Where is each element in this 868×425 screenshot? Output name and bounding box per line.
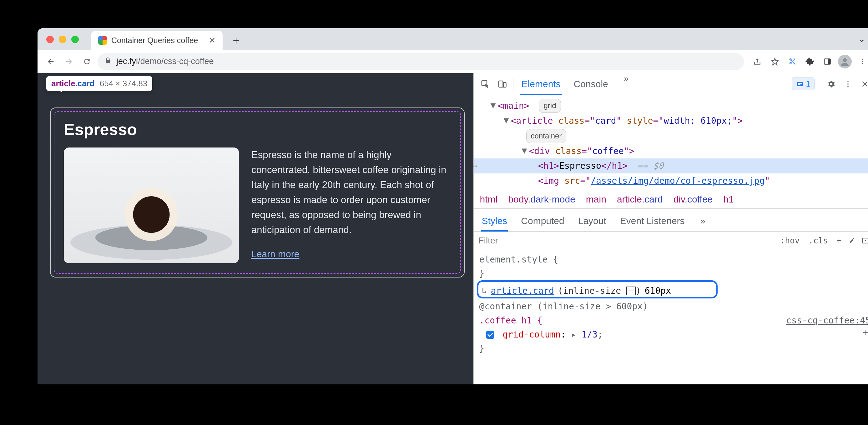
new-tab-button[interactable]: ＋ (228, 33, 244, 48)
learn-more-link[interactable]: Learn more (251, 249, 299, 259)
svg-point-13 (847, 84, 848, 85)
rule-element-style[interactable]: element.style { } (479, 253, 868, 281)
svg-point-12 (847, 81, 848, 83)
subtab-computed[interactable]: Computed (520, 212, 565, 231)
bookmark-icon[interactable] (767, 54, 782, 69)
lock-icon (104, 57, 111, 66)
add-declaration-icon[interactable]: ＋ (861, 325, 868, 340)
source-link[interactable]: css-cq-coffee:45 (786, 314, 868, 328)
subtab-layout[interactable]: Layout (578, 212, 607, 231)
tabs-overflow-icon[interactable]: » (620, 74, 632, 94)
styles-brush-icon[interactable] (845, 237, 859, 244)
subtabs-overflow-icon[interactable]: » (700, 212, 706, 231)
decl-grid-column[interactable]: grid-column: ▸ 1/3; (479, 328, 868, 342)
tab-console[interactable]: Console (572, 74, 610, 94)
hov-toggle[interactable]: :hov (776, 236, 804, 245)
window-controls (46, 36, 79, 43)
toolbar-actions (750, 54, 868, 69)
tab-favicon (98, 36, 107, 45)
window-close[interactable] (46, 36, 54, 43)
dom-node-div[interactable]: ▼<div class="coffee"> (474, 144, 868, 158)
issues-badge[interactable]: 1 (792, 77, 814, 90)
container-query-info[interactable]: ↳ article.card (inline-size ) 610px (479, 283, 676, 300)
rendered-page: article.card 654 × 374.83 Espresso Espre… (37, 73, 473, 384)
container-badge[interactable]: container (526, 129, 566, 143)
dom-badge-row: container (474, 128, 868, 144)
tab-elements[interactable]: Elements (520, 74, 562, 94)
address-bar: jec.fyi/demo/css-cq-coffee (37, 50, 868, 73)
subtab-listeners[interactable]: Event Listeners (619, 212, 685, 231)
devtools-right-controls: 1 (792, 76, 868, 92)
tab-close-icon[interactable]: ✕ (209, 36, 216, 45)
subtab-styles[interactable]: Styles (481, 212, 508, 231)
styles-subtabs: Styles Computed Layout Event Listeners » (474, 209, 868, 232)
browser-tab[interactable]: Container Queries coffee ✕ (91, 31, 223, 50)
coffee-image (64, 148, 239, 263)
crumb-h1[interactable]: h1 (723, 194, 734, 205)
inspect-element-icon[interactable] (477, 76, 494, 93)
extensions-icon[interactable] (802, 54, 817, 69)
dom-node-article[interactable]: ▼<article class="card" style="width: 610… (474, 113, 868, 128)
styles-rules[interactable]: element.style { } ↳ article.card (inline… (474, 250, 868, 362)
crumb-html[interactable]: html (480, 194, 498, 205)
url-field[interactable]: jec.fyi/demo/css-cq-coffee (98, 53, 744, 70)
device-toggle-icon[interactable] (494, 76, 510, 93)
card-heading: Espresso (64, 120, 451, 139)
coffee-card: Espresso Espresso is the name of a highl… (50, 107, 465, 277)
dom-node-main[interactable]: ▼<main> grid (474, 98, 868, 113)
tab-overflow-icon[interactable] (855, 34, 868, 47)
tooltip-dimensions: 654 × 374.83 (100, 79, 148, 89)
issues-count: 1 (806, 79, 810, 89)
sidebar-toggle-icon[interactable] (820, 54, 835, 69)
devtools-menu-icon[interactable] (840, 76, 856, 92)
tooltip-selector: article.card (51, 79, 95, 89)
crumb-main[interactable]: main (586, 194, 606, 205)
url-text: jec.fyi/demo/css-cq-coffee (116, 57, 214, 66)
forward-button[interactable] (61, 54, 76, 69)
divider (513, 77, 514, 91)
browser-tabstrip: Container Queries coffee ✕ ＋ (37, 28, 868, 50)
cls-toggle[interactable]: .cls (804, 236, 832, 245)
back-button[interactable] (43, 54, 58, 69)
svg-rect-10 (798, 83, 802, 84)
crumb-div[interactable]: div.coffee (674, 194, 713, 205)
dom-node-h1[interactable]: ⋯ <h1>Espresso</h1> == $0 (474, 158, 868, 173)
dom-node-img[interactable]: <img src="/assets/img/demo/cof-espresso.… (474, 173, 868, 188)
window-minimize[interactable] (59, 36, 66, 43)
window-maximize[interactable] (71, 36, 79, 43)
svg-rect-1 (828, 59, 831, 64)
crumb-body[interactable]: body.dark-mode (508, 194, 575, 205)
svg-rect-7 (498, 81, 503, 87)
rule-enabled-checkbox[interactable] (486, 331, 494, 339)
browser-window: Container Queries coffee ✕ ＋ (37, 28, 868, 384)
devtools-toolbar: Elements Console » 1 (474, 73, 868, 95)
scissors-icon[interactable] (785, 54, 800, 69)
card-text: Espresso is the name of a highly concent… (251, 148, 451, 259)
at-container-rule[interactable]: @container (inline-size > 600px) (479, 300, 868, 314)
share-icon[interactable] (750, 54, 765, 69)
svg-rect-8 (503, 83, 506, 87)
inspect-tooltip: article.card 654 × 374.83 (46, 76, 152, 91)
devtools-main-tabs: Elements Console » (520, 74, 632, 94)
inline-size-icon (626, 287, 636, 295)
dom-tree[interactable]: ▼<main> grid ▼<article class="card" styl… (474, 95, 868, 190)
rule-coffee-h1[interactable]: .coffee h1 { css-cq-coffee:45 (479, 314, 868, 328)
svg-point-5 (862, 63, 863, 64)
styles-filter-input[interactable] (479, 236, 776, 246)
dom-breadcrumbs[interactable]: html body.dark-mode main article.card di… (474, 190, 868, 209)
crumb-article[interactable]: article.card (617, 194, 663, 205)
devtools-close-icon[interactable] (857, 76, 868, 92)
reload-button[interactable] (80, 54, 94, 69)
avatar[interactable] (837, 54, 852, 69)
divider (819, 77, 819, 91)
settings-icon[interactable] (824, 76, 839, 92)
screenshot-root: Container Queries coffee ✕ ＋ (0, 0, 868, 425)
devtools-panel: Elements Console » 1 (473, 73, 868, 384)
styles-sidebar-toggle-icon[interactable] (859, 237, 868, 244)
grid-badge[interactable]: grid (539, 99, 561, 113)
new-style-rule-icon[interactable] (832, 237, 845, 244)
selected-node-actions-icon[interactable]: ⋯ (473, 161, 477, 171)
svg-point-2 (843, 58, 847, 62)
svg-point-3 (862, 59, 863, 60)
chrome-menu-icon[interactable] (855, 54, 868, 69)
